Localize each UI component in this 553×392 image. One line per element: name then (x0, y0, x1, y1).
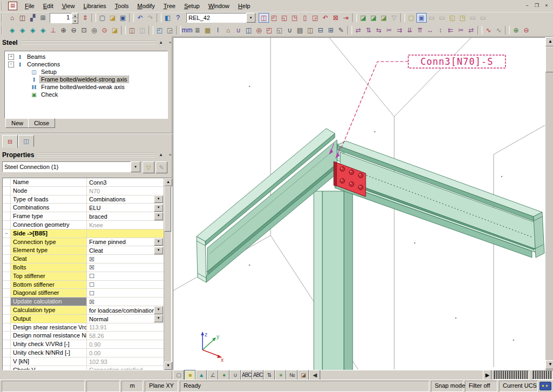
zoom-all-icon[interactable]: ◎ (89, 25, 99, 35)
property-row-check-v[interactable]: Check V Connection satisfied ▼ (3, 366, 164, 370)
menu-item[interactable]: Setup (180, 1, 204, 11)
row-expander-icon[interactable] (3, 332, 11, 340)
status-ucs[interactable]: Current UCS (499, 381, 538, 392)
property-row-output[interactable]: Output Normal ▼ (3, 315, 164, 323)
move-beam-icon[interactable]: ⇄ (353, 25, 363, 35)
load-combination-combo[interactable]: REL_42 ▼ (186, 13, 255, 23)
row-expander-icon[interactable] (3, 315, 11, 323)
cross-section-icon[interactable]: I (213, 25, 223, 35)
tree-item-frame-weak-axis[interactable]: H Frame bolted/welded-weak axis (5, 83, 167, 91)
view-axo-icon[interactable]: ◈ (38, 25, 48, 35)
property-row-type-of-loads[interactable]: Type of loads Combinations ▼ (3, 195, 164, 204)
property-value[interactable]: ☐ ▼ (87, 289, 164, 297)
menu-item[interactable]: File (21, 1, 39, 11)
frame-delete-icon[interactable]: ▭ (437, 13, 447, 23)
status-filter[interactable]: Filter off (465, 381, 497, 392)
load-display-icon[interactable]: ⇅ (264, 370, 275, 380)
new-window-icon[interactable]: ◫ (127, 25, 137, 35)
zoom-in-icon[interactable]: ⊕ (58, 25, 69, 35)
stepper-up-icon[interactable]: ▲ (72, 13, 78, 18)
stretch-beam-icon[interactable]: ⇉ (394, 25, 404, 35)
view-x-icon[interactable]: ◈ (7, 25, 17, 35)
remove-node-icon[interactable]: ⊖ (521, 25, 531, 35)
property-value[interactable]: Normal ▼ (87, 315, 164, 323)
scroll-down-icon[interactable]: ▼ (545, 360, 553, 369)
restore-button[interactable]: ❐ (532, 2, 541, 10)
property-row-combinations[interactable]: Combinations ELU ▼ (3, 204, 164, 212)
combo-value[interactable]: Steel Connection (1) (2, 161, 131, 172)
chevron-down-icon[interactable]: ▼ (154, 315, 163, 323)
delete-connection-icon[interactable]: ⊠ (331, 13, 341, 23)
collapse-panel-icon[interactable]: ▲ (157, 152, 165, 159)
view-perpendicular-icon[interactable]: ⊥ (48, 25, 58, 35)
row-expander-icon[interactable] (3, 349, 11, 357)
redo-icon[interactable]: ↷ (145, 13, 156, 23)
tree-item-connections[interactable]: − I Connections (5, 60, 167, 68)
paste-picture-icon[interactable]: ◲ (165, 25, 175, 35)
properties-scrollbar[interactable]: ▲ ▼ (164, 178, 171, 370)
zoom-window-icon[interactable]: ⊡ (79, 25, 89, 35)
connection-diagonal-icon[interactable]: ◱ (279, 13, 289, 23)
property-value[interactable]: 0.00 ▼ (87, 349, 164, 357)
labels-icon[interactable]: ABC (241, 370, 252, 380)
property-value[interactable]: ☒ ▼ (87, 298, 164, 306)
chevron-down-icon[interactable]: ▼ (154, 212, 163, 220)
property-value[interactable]: N70 ▼ (87, 187, 164, 195)
property-row-cleat[interactable]: Cleat ☒ ▼ (3, 255, 164, 263)
property-row-bolts[interactable]: Bolts ☒ ▼ (3, 263, 164, 272)
stepper-down-icon[interactable]: ▼ (72, 18, 78, 24)
connection-bolts-icon[interactable]: ▯ (300, 13, 310, 23)
activity-grid-icon[interactable]: ⊞ (38, 13, 48, 23)
chevron-down-icon[interactable]: ▼ (154, 204, 163, 212)
menu-item[interactable]: Modify (133, 1, 159, 11)
property-value[interactable]: ☒ ▼ (87, 263, 164, 272)
property-row-design-shear[interactable]: Design shear resistance Vrd... 113.91 ▼ (3, 323, 164, 332)
chevron-down-icon[interactable]: ▼ (246, 13, 255, 23)
document-search-icon[interactable]: ◫ (17, 13, 28, 23)
save-document-icon[interactable]: ▣ (118, 13, 128, 23)
property-row-unity-v[interactable]: Unity check V/VRd [-] 0.90 ▼ (3, 340, 164, 349)
layers-icon[interactable]: ≣ (192, 25, 203, 35)
selection-grid-icon[interactable]: ▞ (28, 13, 38, 23)
collapse-panel-icon[interactable]: ▲ (157, 39, 165, 46)
property-row-bottom-stiffener[interactable]: Bottom stiffener ☐ ▼ (3, 281, 164, 289)
project-manager-icon[interactable]: ◧ (163, 13, 173, 23)
tree-item-frame-strong-axis[interactable]: I Frame bolted/welded-strong axis (5, 76, 167, 83)
open-library-icon[interactable]: ◪ (358, 13, 368, 23)
menu-item[interactable]: View (58, 1, 79, 11)
row-expander-icon[interactable] (3, 238, 11, 246)
trim-beam-icon[interactable]: ↕ (435, 25, 446, 35)
add-node-icon[interactable]: ⊕ (511, 25, 521, 35)
frame-prev-icon[interactable]: ▭ (468, 13, 478, 23)
books-icon[interactable]: ⊞ (326, 25, 336, 35)
property-row-update-calculation[interactable]: Update calculation ☒ ▼ (3, 298, 164, 306)
tree-item-setup[interactable]: ◫ Setup (5, 68, 167, 76)
frame-load-icon[interactable]: ▭ (427, 13, 437, 23)
property-row-connection-geometry[interactable]: Connection geometry Knee ▼ (3, 221, 164, 229)
3d-viewport[interactable]: Conn3[N70]-S z y x (173, 37, 545, 370)
scroll-up-icon[interactable]: ▲ (164, 178, 172, 186)
chevron-down-icon[interactable]: ▼ (154, 247, 163, 255)
member-labels-icon[interactable]: ABC (252, 370, 264, 380)
row-expander-icon[interactable] (3, 272, 11, 280)
property-value[interactable]: ☐ ▼ (87, 272, 164, 280)
new-button[interactable]: New (5, 118, 29, 128)
join-beam-icon[interactable]: ⇈ (415, 25, 425, 35)
tab-window[interactable]: ◫ (18, 135, 34, 147)
connection-extend-icon[interactable]: ⇥ (341, 13, 351, 23)
sketch-icon[interactable]: ✎ (336, 25, 346, 35)
chevron-down-icon[interactable]: ▼ (154, 195, 163, 204)
property-value[interactable]: braced ▼ (87, 212, 164, 220)
property-row-connection-type[interactable]: Connection type Frame pinned ▼ (3, 238, 164, 247)
wireframe-icon[interactable]: ▢ (173, 370, 184, 380)
haunch-icon[interactable]: ∪ (233, 25, 244, 35)
row-expander-icon[interactable] (3, 246, 11, 254)
property-row-node[interactable]: Node N70 ▼ (3, 187, 164, 195)
zoom-out-icon[interactable]: ⊖ (69, 25, 79, 35)
ucs-indicator-icon[interactable] (539, 382, 551, 390)
section-display-icon[interactable]: ∪ (230, 370, 241, 380)
cut-beam-icon[interactable]: ✂ (384, 25, 394, 35)
target-icon[interactable]: ◎ (254, 25, 264, 35)
new-document-icon[interactable]: ▢ (97, 13, 107, 23)
filter-icon[interactable]: ▽ (143, 161, 154, 173)
